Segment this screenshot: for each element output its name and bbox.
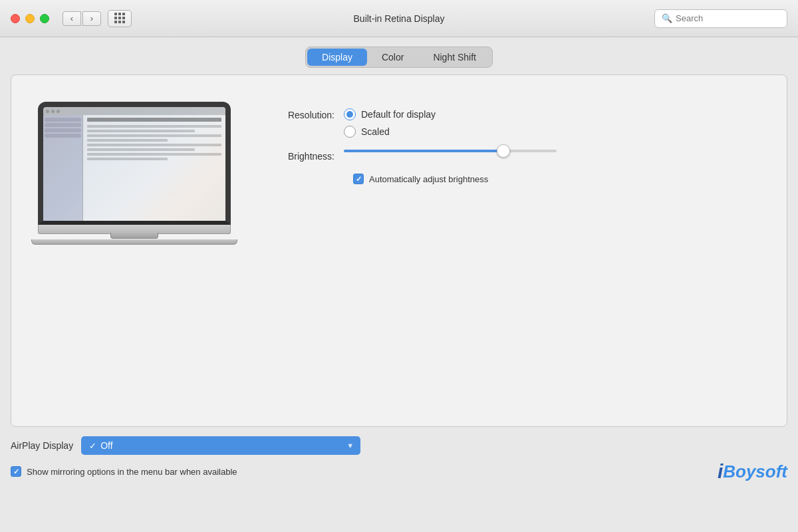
resolution-default-option[interactable]: Default for display (344, 108, 436, 120)
auto-brightness-checkbox[interactable]: ✓ (353, 174, 364, 184)
airplay-dropdown[interactable]: ✓ Off ▼ (81, 436, 360, 455)
minimize-button[interactable] (25, 14, 35, 23)
tab-group: Display Color Night Shift (305, 47, 493, 68)
nav-buttons: ‹ › (63, 11, 101, 26)
brightness-thumb[interactable] (497, 144, 510, 158)
forward-button[interactable]: › (82, 11, 101, 26)
resolution-label: Resolution: (257, 108, 344, 120)
tab-bar: Display Color Night Shift (0, 37, 798, 74)
screen-menubar (43, 107, 225, 115)
maximize-button[interactable] (40, 14, 49, 23)
checkmark-icon: ✓ (356, 176, 362, 183)
screen-sidebar (43, 115, 83, 221)
tab-display[interactable]: Display (307, 49, 367, 66)
iboysoft-text: Boysoft (723, 462, 787, 482)
mirroring-label: Show mirroring options in the menu bar w… (27, 467, 237, 477)
auto-brightness-row: ✓ Automatically adjust brightness (353, 174, 760, 184)
airplay-dropdown-value: Off (100, 440, 346, 451)
brightness-label: Brightness: (257, 150, 344, 162)
auto-brightness-label: Automatically adjust brightness (369, 174, 488, 184)
grid-button[interactable] (108, 10, 132, 27)
laptop-screen (38, 102, 231, 225)
resolution-scaled-label: Scaled (361, 126, 390, 137)
chevron-down-icon: ▼ (346, 442, 354, 450)
airplay-check-icon: ✓ (89, 441, 96, 451)
tab-night-shift[interactable]: Night Shift (418, 49, 491, 66)
resolution-scaled-option[interactable]: Scaled (344, 126, 436, 138)
back-button[interactable]: ‹ (63, 11, 81, 26)
titlebar: ‹ › Built-in Retina Display 🔍 (0, 0, 798, 37)
settings-panel: Resolution: Default for display Scaled B… (257, 95, 760, 184)
mirroring-checkbox[interactable]: ✓ (11, 466, 21, 477)
resolution-default-label: Default for display (361, 109, 436, 120)
search-icon: 🔍 (662, 13, 672, 23)
resolution-row: Resolution: Default for display Scaled (257, 108, 760, 138)
brightness-slider-row (344, 150, 557, 152)
resolution-default-radio[interactable] (344, 108, 356, 120)
mirroring-row: ✓ Show mirroring options in the menu bar… (0, 455, 798, 489)
screen-main-area (83, 115, 225, 221)
main-content: Resolution: Default for display Scaled B… (11, 74, 787, 427)
laptop-base (31, 239, 237, 245)
airplay-row: AirPlay Display ✓ Off ▼ (0, 427, 798, 455)
brightness-fill (344, 150, 503, 152)
brightness-row: Brightness: (257, 150, 760, 162)
traffic-lights (11, 14, 49, 23)
mirroring-checkmark-icon: ✓ (13, 467, 19, 476)
brightness-slider[interactable] (344, 150, 557, 152)
resolution-control: Default for display Scaled (344, 108, 436, 138)
resolution-scaled-radio[interactable] (344, 126, 356, 138)
airplay-label: AirPlay Display (11, 440, 73, 451)
laptop-bottom (38, 225, 231, 234)
tab-color[interactable]: Color (367, 49, 418, 66)
brightness-control (344, 150, 557, 152)
laptop-image-area (38, 95, 231, 245)
search-input[interactable] (676, 13, 780, 23)
search-box[interactable]: 🔍 (654, 9, 787, 28)
laptop-wrapper (38, 102, 231, 245)
close-button[interactable] (11, 14, 20, 23)
iboysoft-i: i (718, 460, 723, 483)
screen-content (43, 107, 225, 221)
grid-icon (114, 13, 126, 24)
iboysoft-logo: i Boysoft (718, 460, 787, 483)
screen-body (43, 115, 225, 221)
window-title: Built-in Retina Display (354, 13, 445, 24)
